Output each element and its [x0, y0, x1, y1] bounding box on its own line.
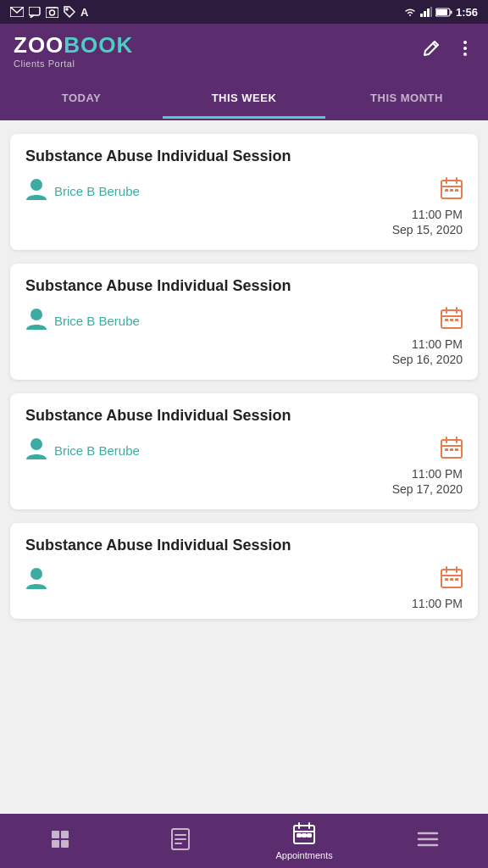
menu-icon	[417, 831, 439, 851]
svg-rect-5	[420, 14, 423, 17]
person-icon-1	[25, 177, 47, 204]
app-header: ZOOBOOK Clients Portal	[0, 24, 488, 76]
logo-subtitle: Clients Portal	[14, 58, 133, 69]
person-info-2: Brice B Berube	[25, 307, 140, 334]
svg-point-15	[463, 53, 467, 56]
svg-rect-10	[450, 10, 452, 14]
status-bar: A 1:56	[0, 0, 488, 24]
time-3: 11:00 PM	[412, 467, 463, 481]
appointment-card-2[interactable]: Substance Abuse Individual Session Brice…	[10, 264, 478, 380]
appointment-details-4: 11:00 PM	[25, 566, 463, 610]
appointment-card-4[interactable]: Substance Abuse Individual Session 11:00…	[10, 523, 478, 619]
appointment-details-3: Brice B Berube 11:00 PM Sep 17, 2020	[25, 437, 463, 496]
calendar-icon-4	[441, 566, 463, 593]
svg-rect-51	[61, 840, 69, 848]
svg-rect-61	[302, 834, 306, 837]
date-time-2: 11:00 PM Sep 16, 2020	[392, 307, 463, 366]
chat-icon	[29, 7, 41, 18]
svg-rect-50	[52, 840, 59, 848]
appointments-icon	[293, 822, 315, 848]
header-actions	[422, 39, 474, 62]
a-icon: A	[80, 6, 88, 19]
more-options-icon[interactable]	[456, 39, 474, 62]
svg-rect-8	[430, 7, 432, 17]
svg-point-4	[66, 8, 68, 10]
svg-rect-29	[445, 319, 448, 321]
person-name-3: Brice B Berube	[54, 443, 140, 458]
date-time-4: 11:00 PM	[412, 566, 463, 610]
svg-point-32	[30, 438, 42, 450]
logo-book: BOOK	[64, 32, 133, 58]
svg-rect-60	[297, 834, 301, 837]
person-info-4	[25, 566, 47, 593]
calendar-icon-2	[441, 307, 463, 334]
bottom-nav: Appointments	[0, 814, 488, 868]
time-2: 11:00 PM	[412, 337, 463, 351]
tag-icon	[64, 6, 75, 18]
svg-point-14	[463, 47, 467, 50]
wifi-icon	[403, 7, 417, 17]
nav-dashboard[interactable]	[35, 829, 86, 853]
person-name-2: Brice B Berube	[54, 314, 140, 328]
date-2: Sep 16, 2020	[392, 353, 463, 366]
nav-menu[interactable]	[402, 831, 453, 851]
logo-zoo: ZOO	[14, 32, 64, 58]
svg-rect-1	[29, 7, 40, 15]
date-3: Sep 17, 2020	[392, 482, 463, 496]
time-4: 11:00 PM	[412, 597, 463, 610]
svg-rect-62	[308, 834, 311, 837]
edit-icon[interactable]	[422, 39, 441, 62]
calendar-icon-1	[441, 177, 463, 204]
svg-rect-49	[61, 831, 69, 838]
appointments-label: Appointments	[275, 850, 332, 860]
person-name-1: Brice B Berube	[54, 184, 140, 198]
time-display: 1:56	[456, 6, 478, 19]
nav-documents[interactable]	[155, 828, 206, 854]
svg-rect-21	[445, 189, 448, 192]
time-1: 11:00 PM	[412, 208, 463, 221]
svg-point-3	[50, 10, 55, 15]
person-info-3: Brice B Berube	[25, 437, 140, 464]
appointment-details-2: Brice B Berube 11:00 PM Sep 16, 2020	[25, 307, 463, 366]
svg-point-40	[30, 568, 42, 580]
appointment-card-3[interactable]: Substance Abuse Individual Session Brice…	[10, 393, 478, 509]
svg-rect-47	[455, 578, 458, 581]
status-icons: A	[10, 6, 88, 19]
svg-rect-6	[424, 11, 426, 17]
svg-point-13	[463, 41, 467, 44]
appointment-title-4: Substance Abuse Individual Session	[25, 537, 463, 554]
svg-point-16	[30, 179, 42, 191]
status-right-icons: 1:56	[403, 6, 478, 19]
tab-this-month[interactable]: THIS MONTH	[325, 76, 488, 119]
svg-rect-31	[455, 319, 458, 321]
calendar-icon-3	[441, 437, 463, 464]
logo-text: ZOOBOOK	[14, 32, 133, 58]
logo: ZOOBOOK Clients Portal	[14, 32, 133, 69]
date-time-1: 11:00 PM Sep 15, 2020	[392, 177, 463, 236]
documents-icon	[171, 828, 190, 854]
appointment-title-1: Substance Abuse Individual Session	[25, 147, 463, 165]
svg-rect-11	[436, 9, 447, 15]
person-icon-4	[25, 566, 47, 593]
dashboard-icon	[50, 829, 70, 853]
nav-appointments[interactable]: Appointments	[275, 822, 332, 860]
svg-rect-38	[450, 448, 453, 451]
tab-today[interactable]: TODAY	[0, 76, 163, 119]
appointment-card-1[interactable]: Substance Abuse Individual Session Brice…	[10, 134, 478, 250]
date-time-3: 11:00 PM Sep 17, 2020	[392, 437, 463, 496]
photo-icon	[46, 7, 58, 18]
main-content: Substance Abuse Individual Session Brice…	[0, 120, 488, 814]
tab-this-week[interactable]: THIS WEEK	[163, 76, 325, 119]
appointment-details-1: Brice B Berube 11:00 PM Sep 15, 2020	[25, 177, 463, 236]
svg-rect-46	[450, 578, 453, 581]
svg-rect-30	[450, 319, 453, 321]
email-icon	[10, 7, 24, 17]
date-1: Sep 15, 2020	[392, 223, 463, 236]
signal-icon	[420, 7, 432, 17]
svg-rect-7	[427, 8, 430, 17]
person-icon-2	[25, 307, 47, 334]
tab-bar: TODAY THIS WEEK THIS MONTH	[0, 76, 488, 120]
svg-rect-23	[455, 189, 458, 192]
battery-icon	[435, 8, 452, 17]
svg-rect-22	[450, 189, 453, 192]
